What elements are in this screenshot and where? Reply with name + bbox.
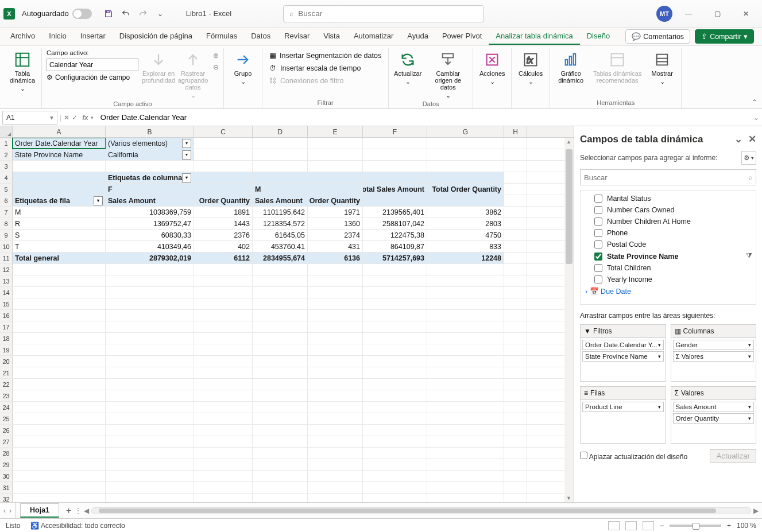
cell[interactable]: [427, 482, 504, 493]
cell[interactable]: [504, 448, 527, 459]
cell[interactable]: [13, 298, 106, 309]
row-header[interactable]: 1: [0, 138, 13, 149]
cell[interactable]: [194, 436, 253, 447]
cell[interactable]: [363, 149, 427, 160]
maximize-button[interactable]: ▢: [705, 5, 730, 23]
filter-dropdown-icon[interactable]: ▾: [182, 173, 191, 182]
area-item[interactable]: Product Line▾: [582, 402, 664, 412]
tab-automatizar[interactable]: Automatizar: [347, 28, 400, 45]
cell[interactable]: [427, 195, 504, 206]
values-area[interactable]: ΣValores Sales Amount▾Order Quantity▾: [671, 386, 757, 444]
cell[interactable]: [504, 321, 527, 332]
chevron-down-icon[interactable]: ⌄: [734, 133, 742, 145]
cell[interactable]: [308, 310, 363, 321]
row-header[interactable]: 4: [0, 172, 13, 183]
cell[interactable]: [253, 367, 308, 378]
cell[interactable]: [427, 402, 504, 413]
field-item[interactable]: State Province Name⧩: [581, 250, 756, 262]
cell[interactable]: [106, 356, 194, 367]
cell[interactable]: [308, 459, 363, 470]
field-item[interactable]: Phone: [581, 227, 756, 239]
columns-area[interactable]: ▥Columnas Gender▾Σ Valores▾: [671, 324, 757, 382]
cell[interactable]: [308, 367, 363, 378]
rows-area[interactable]: ≡Filas Product Line▾: [580, 386, 666, 444]
cell[interactable]: [106, 436, 194, 447]
cell[interactable]: [194, 379, 253, 390]
cell[interactable]: [504, 184, 527, 195]
cell[interactable]: [504, 298, 527, 309]
cell[interactable]: [106, 287, 194, 298]
cell[interactable]: [253, 333, 308, 344]
cell[interactable]: 1891: [194, 207, 253, 218]
cell[interactable]: 6136: [308, 253, 363, 263]
cell[interactable]: [504, 413, 527, 424]
autosave-toggle[interactable]: [72, 9, 92, 19]
cell[interactable]: [13, 344, 106, 355]
cell[interactable]: 1038369,759: [106, 207, 194, 218]
cell[interactable]: [13, 379, 106, 390]
select-all-corner[interactable]: [0, 126, 13, 137]
column-header[interactable]: F: [363, 126, 427, 137]
cell[interactable]: [253, 344, 308, 355]
cell[interactable]: [363, 138, 427, 149]
cell[interactable]: [13, 471, 106, 481]
accessibility-status[interactable]: ♿ Accesibilidad: todo correcto: [30, 522, 125, 530]
name-box[interactable]: A1▾: [2, 111, 57, 125]
cell[interactable]: [106, 425, 194, 436]
cell[interactable]: [504, 459, 527, 470]
cell[interactable]: R: [13, 218, 106, 229]
cell[interactable]: [504, 333, 527, 344]
cell[interactable]: [427, 367, 504, 378]
tab-diseño[interactable]: Diseño: [580, 28, 617, 45]
field-checkbox[interactable]: [594, 275, 602, 284]
sheet-prev-icon[interactable]: ‹: [3, 507, 6, 515]
column-header[interactable]: H: [504, 126, 527, 137]
zoom-in-button[interactable]: +: [727, 522, 731, 530]
cell[interactable]: [13, 413, 106, 424]
cell[interactable]: [504, 207, 527, 218]
cell[interactable]: [427, 287, 504, 298]
cell[interactable]: [363, 172, 427, 183]
field-item[interactable]: Marital Status: [581, 193, 756, 204]
cell[interactable]: [363, 471, 427, 481]
cell[interactable]: [504, 367, 527, 378]
close-pane-icon[interactable]: ✕: [748, 133, 756, 145]
cell[interactable]: [363, 413, 427, 424]
cell[interactable]: 1443: [194, 218, 253, 229]
share-button[interactable]: ⇪Compartir▾: [695, 29, 754, 44]
field-checkbox[interactable]: [594, 264, 602, 272]
cell[interactable]: 2588107,042: [363, 218, 427, 229]
cell[interactable]: [13, 287, 106, 298]
cell[interactable]: [308, 413, 363, 424]
field-search[interactable]: ⌕: [580, 169, 756, 185]
tab-disposición-de-página[interactable]: Disposición de página: [113, 28, 199, 45]
cell[interactable]: (Varios elementos)▾: [106, 138, 194, 149]
save-button[interactable]: [101, 6, 116, 21]
row-header[interactable]: 14: [0, 287, 13, 298]
cell[interactable]: 1369752,47: [106, 218, 194, 229]
cell[interactable]: [253, 471, 308, 481]
cell[interactable]: 1101195,642: [253, 207, 308, 218]
cell[interactable]: [427, 459, 504, 470]
row-header[interactable]: 28: [0, 448, 13, 459]
cell[interactable]: [106, 402, 194, 413]
page-layout-button[interactable]: [625, 521, 637, 530]
row-header[interactable]: 2: [0, 149, 13, 160]
row-header[interactable]: 26: [0, 425, 13, 436]
cell[interactable]: [363, 287, 427, 298]
cell[interactable]: [427, 344, 504, 355]
cell[interactable]: [308, 275, 363, 286]
cell[interactable]: [363, 333, 427, 344]
cell[interactable]: [253, 436, 308, 447]
cell[interactable]: 5714257,693: [363, 253, 427, 263]
cell[interactable]: [504, 138, 527, 149]
cell[interactable]: [363, 390, 427, 401]
group-button[interactable]: Grupo⌄: [229, 48, 257, 86]
avatar[interactable]: MT: [656, 6, 672, 22]
cell[interactable]: [504, 172, 527, 183]
cell[interactable]: [194, 494, 253, 502]
cell[interactable]: [253, 149, 308, 160]
cell[interactable]: [194, 390, 253, 401]
cell[interactable]: [194, 413, 253, 424]
cell[interactable]: [504, 402, 527, 413]
